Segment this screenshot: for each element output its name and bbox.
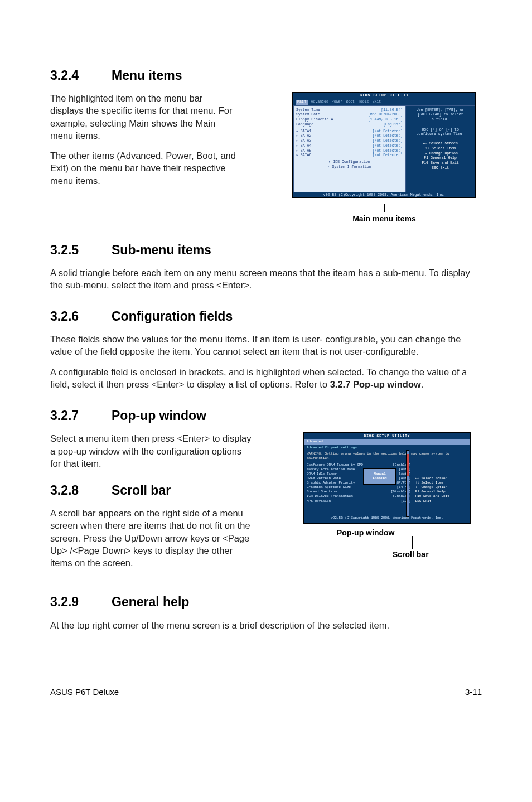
bios-help: Use [+] or [-] to bbox=[408, 128, 472, 133]
bios-menu-item: Advanced bbox=[311, 100, 328, 105]
bios-help: configure system Time. bbox=[408, 132, 472, 137]
paragraph: A scroll bar appears on the right side o… bbox=[50, 507, 257, 569]
bios-sata-row: ▸ SATA3[Not Detected] bbox=[296, 139, 403, 144]
section-title: General help bbox=[112, 595, 189, 609]
bios-sata-row: ▸ SATA4[Not Detected] bbox=[296, 144, 403, 149]
bios-menu-main: Main bbox=[296, 100, 308, 105]
bios-screenshot-main: BIOS SETUP UTILITY Main Advanced Power B… bbox=[292, 92, 476, 198]
bios-menu-selected: Advanced bbox=[304, 439, 470, 445]
paragraph: Select a menu item then press <Enter> to… bbox=[50, 432, 254, 470]
bios-row: Floppy Diskette A[1.44M, 3.5 in.] bbox=[296, 118, 403, 123]
bios-row: ICH Delayed Transaction[Enabled] bbox=[307, 494, 411, 499]
bios-title: BIOS SETUP UTILITY bbox=[304, 433, 470, 439]
bios-menu-item: Exit bbox=[372, 100, 381, 105]
footer-left: ASUS P6T Deluxe bbox=[50, 687, 119, 698]
heading-config-fields: 3.2.6Configuration fields bbox=[50, 308, 482, 325]
section-title: Sub-menu items bbox=[112, 243, 211, 257]
footer-right: 3-11 bbox=[465, 687, 482, 698]
bios-help: [SHIFT-TAB] to select bbox=[408, 113, 472, 118]
bios-warning: WARNING: Setting wrong values in the sec… bbox=[304, 451, 470, 462]
heading-menu-items: 3.2.4Menu items bbox=[50, 67, 482, 84]
bios-footer: v02.58 (C)Copyright 1985-2008, American … bbox=[293, 192, 475, 198]
bios-row: System Date[Mon 08/04/2008] bbox=[296, 113, 403, 118]
bios-footer: v02.58 (C)Copyright 1985-2008, American … bbox=[304, 515, 470, 521]
bios-menu-item: Boot bbox=[346, 100, 355, 105]
text: . bbox=[421, 379, 424, 389]
bios-scrollbar bbox=[406, 450, 409, 517]
bios-sata-row: ▸ SATA6[Not Detected] bbox=[296, 153, 403, 158]
bios-keys-panel: ←→ Select Screen ↑↓ Select Item +- Chang… bbox=[413, 462, 470, 515]
heading-submenu-items: 3.2.5Sub-menu items bbox=[50, 241, 482, 259]
caption-popup: Pop-up window bbox=[337, 528, 482, 538]
bios-subitem: ▸ System Information bbox=[296, 165, 403, 170]
bios-sata-row: ▸ SATA5[Not Detected] bbox=[296, 149, 403, 154]
bios-title: BIOS SETUP UTILITY bbox=[293, 93, 475, 99]
section-title: Configuration fields bbox=[112, 309, 233, 323]
caption-main-menu: Main menu items bbox=[352, 214, 416, 224]
paragraph: The other items (Advanced, Power, Boot, … bbox=[50, 149, 237, 187]
bios-row: Configure DRAM Timing by SPD[Enabled] bbox=[307, 463, 411, 467]
section-title: Scroll bar bbox=[112, 483, 171, 497]
section-title: Pop-up window bbox=[112, 408, 206, 423]
bios-left-panel: Configure DRAM Timing by SPD[Enabled] Me… bbox=[304, 462, 413, 515]
bios-help: a field. bbox=[408, 118, 472, 123]
bios-row: Language[English] bbox=[296, 123, 403, 128]
heading-popup-window: 3.2.7Pop-up window bbox=[50, 407, 482, 424]
paragraph: The highlighted item on the menu bar dis… bbox=[50, 92, 237, 142]
paragraph: These fields show the values for the men… bbox=[50, 333, 482, 358]
bios-popup-options: Manual Enabled bbox=[363, 468, 396, 485]
bios-menu-item: Tools bbox=[358, 100, 369, 105]
heading-scroll-bar: 3.2.8Scroll bar bbox=[50, 482, 254, 499]
bios-row: Spread Spectrum[Disabled] bbox=[307, 490, 411, 494]
bios-menu-item: Power bbox=[332, 100, 343, 105]
bios-menubar: Main Advanced Power Boot Tools Exit bbox=[293, 99, 475, 105]
bios-sata-row: ▸ SATA2[Not Detected] bbox=[296, 134, 403, 139]
caption-scrollbar: Scroll bar bbox=[393, 549, 482, 560]
section-number: 3.2.9 bbox=[50, 593, 112, 611]
bios-row: Graphics Aperture Size[64 MB] bbox=[307, 485, 411, 490]
bios-screenshot-popup: BIOS SETUP UTILITY Advanced Advanced Chi… bbox=[303, 432, 471, 524]
paragraph: At the top right corner of the menu scre… bbox=[50, 619, 482, 631]
section-title: Menu items bbox=[112, 68, 182, 83]
section-number: 3.2.5 bbox=[50, 241, 112, 259]
popup-option: Manual bbox=[374, 472, 386, 476]
popup-option: Enabled bbox=[373, 476, 386, 481]
section-number: 3.2.8 bbox=[50, 482, 112, 499]
bios-heading: Advanced Chipset settings bbox=[304, 445, 470, 451]
paragraph: A configurable field is enclosed in brac… bbox=[50, 366, 482, 391]
scrollbar-thumb bbox=[407, 454, 409, 476]
bios-row: MPS Revision[1.4] bbox=[307, 499, 411, 504]
paragraph: A solid triangle before each item on any… bbox=[50, 267, 482, 292]
bios-left-panel: System Time[11:56:54] System Date[Mon 08… bbox=[293, 105, 405, 192]
bios-subitem: ▸ IDE Configuration bbox=[296, 160, 403, 165]
bios-help: Use [ENTER], [TAB], or bbox=[408, 108, 472, 113]
section-number: 3.2.7 bbox=[50, 407, 112, 424]
bold-ref: 3.2.7 Pop-up window bbox=[330, 379, 421, 389]
section-number: 3.2.4 bbox=[50, 67, 112, 84]
bios-sata-row: ▸ SATA1[Not Detected] bbox=[296, 129, 403, 134]
bios-row: System Time[11:56:54] bbox=[296, 108, 403, 113]
section-number: 3.2.6 bbox=[50, 308, 112, 325]
page-footer: ASUS P6T Deluxe 3-11 bbox=[50, 682, 482, 698]
heading-general-help: 3.2.9General help bbox=[50, 593, 482, 611]
bios-help-panel: Use [ENTER], [TAB], or [SHIFT-TAB] to se… bbox=[405, 105, 475, 192]
